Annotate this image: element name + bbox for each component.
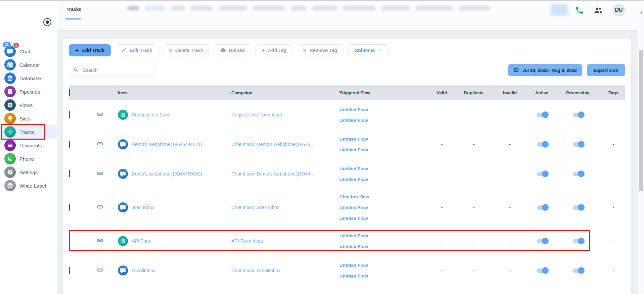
calendar-icon: [4, 59, 16, 70]
campaign-link[interactable]: API Form Input: [231, 238, 263, 244]
processing-toggle[interactable]: [573, 268, 583, 273]
active-toggle[interactable]: [537, 239, 547, 243]
row-checkbox[interactable]: [69, 204, 70, 211]
triggered-flow-link[interactable]: Untitled Flow: [339, 104, 427, 115]
item-link[interactable]: Demo's webphone(18646441071): [132, 142, 202, 147]
add-tag-button[interactable]: +Add Tag: [255, 44, 293, 56]
item-link[interactable]: Demo's webphone(19044785053): [132, 171, 202, 177]
processing-toggle[interactable]: [573, 142, 583, 147]
delete-track-button[interactable]: ×Delete Track: [163, 44, 209, 56]
sidebar-item-payments[interactable]: Payments: [0, 139, 57, 152]
triggered-flow-link[interactable]: Untitled Flow: [339, 134, 427, 144]
triggered-flow-link[interactable]: Untitled Flow: [339, 174, 427, 185]
sidebar-item-chat[interactable]: 211 Chat: [0, 45, 57, 58]
row-checkbox[interactable]: [69, 141, 70, 148]
sidebar-item-tracks[interactable]: Tracks: [0, 125, 57, 139]
link-cell[interactable]: [88, 140, 111, 149]
sidebar-collapse-toggle-icon[interactable]: [43, 18, 51, 26]
edit-track-button[interactable]: Edit Track: [115, 44, 158, 56]
sidebar-item-phone[interactable]: Phone: [0, 152, 57, 165]
active-toggle[interactable]: [537, 113, 547, 117]
contacts-people-icon[interactable]: [593, 5, 603, 15]
tab-tracks[interactable]: Tracks: [66, 7, 81, 12]
processing-toggle[interactable]: [573, 172, 583, 176]
tracks-table: Item Campaign Triggered Flow Valid Dupli…: [69, 85, 625, 285]
triggered-flow-link[interactable]: Untitled Flow: [339, 213, 427, 224]
triggered-flow-link[interactable]: Chat box flow: [339, 191, 427, 202]
pencil-icon: [121, 47, 127, 54]
upload-button[interactable]: Upload: [214, 44, 251, 56]
select-all-checkbox[interactable]: [69, 89, 70, 96]
invalid-value: -: [491, 142, 529, 147]
toggle-knob: [542, 170, 549, 177]
active-toggle[interactable]: [537, 205, 547, 210]
column-header-duplicate: Duplicate: [457, 90, 491, 95]
active-toggle[interactable]: [537, 172, 547, 176]
sidebar-item-flows[interactable]: Flows: [0, 98, 57, 112]
user-avatar[interactable]: DU: [612, 4, 625, 16]
sidebar-item-sites[interactable]: Sites: [0, 112, 57, 125]
add-track-button[interactable]: +Add Track: [69, 44, 111, 56]
date-range-button[interactable]: Jul 10, 2022 - Aug 9, 2022: [508, 64, 582, 76]
campaign-link[interactable]: Chat Inbox: GmailInbox: [231, 268, 280, 273]
valid-value: -: [427, 171, 457, 177]
chain-link-icon: [96, 203, 104, 212]
row-checkbox[interactable]: [69, 267, 70, 274]
item-link[interactable]: API Form: [132, 238, 151, 244]
remove-tag-button[interactable]: ×Remove Tag: [297, 44, 343, 56]
invalid-value: -: [491, 112, 529, 117]
item-link[interactable]: Request Info Form: [132, 112, 171, 117]
link-cell[interactable]: [88, 237, 111, 246]
triggered-flow-link[interactable]: Untitled Flow: [339, 144, 427, 155]
triggered-flow-link[interactable]: Untitled Flow: [339, 202, 427, 213]
scrollbar-up-arrow-icon[interactable]: ▲: [638, 11, 644, 14]
link-cell[interactable]: [88, 266, 111, 275]
valid-value: -: [427, 205, 457, 210]
campaign-link[interactable]: Chat Inbox: Joes Inbox: [231, 205, 279, 210]
triggered-flow-link[interactable]: Untitled Flow: [339, 260, 427, 271]
triggered-flow-link[interactable]: Untitled Flow: [339, 241, 427, 252]
toggle-knob: [578, 170, 585, 177]
sidebar-item-database[interactable]: Database: [0, 71, 57, 85]
item-link[interactable]: GmailInbox: [132, 268, 155, 273]
item-link[interactable]: Joes Inbox: [132, 205, 154, 210]
columns-dropdown-button[interactable]: Columns: [348, 44, 389, 56]
table-body: Request Info Form Request Info Form Inpu…: [69, 100, 625, 285]
active-toggle[interactable]: [537, 142, 547, 147]
row-checkbox[interactable]: [69, 111, 70, 118]
link-cell[interactable]: [88, 110, 111, 119]
sidebar-item-calendar[interactable]: Calendar: [0, 58, 57, 71]
processing-toggle[interactable]: [573, 205, 583, 210]
vertical-scrollbar[interactable]: ▲: [638, 0, 644, 294]
sidebar-item-label: Pipelines: [19, 89, 40, 95]
search-input[interactable]: [82, 67, 151, 73]
sidebar-item-settings[interactable]: Settings: [0, 165, 57, 179]
link-cell[interactable]: [88, 169, 111, 179]
campaign-link[interactable]: Request Info Form Input: [231, 112, 282, 117]
triggered-flow-link[interactable]: Untitled Flow: [339, 115, 427, 126]
phone-call-icon[interactable]: [575, 6, 584, 15]
tags-value: -: [601, 205, 626, 210]
triggered-flows-cell: Untitled FlowUntitled Flow: [336, 260, 427, 281]
row-checkbox[interactable]: [69, 237, 70, 244]
collapse-dot: [46, 20, 49, 24]
processing-toggle[interactable]: [573, 113, 583, 117]
campaign-link[interactable]: Chat Inbox: Demo's webphone(18646...: [231, 142, 314, 147]
campaign-link[interactable]: Chat Inbox: Demo's webphone(19044...: [231, 171, 314, 177]
toggle-knob: [578, 204, 585, 211]
processing-toggle[interactable]: [573, 239, 583, 243]
active-toggle[interactable]: [537, 268, 547, 273]
triggered-flow-link[interactable]: Untitled Flow: [339, 271, 427, 281]
toggle-knob: [542, 238, 549, 244]
sidebar-item-white-label[interactable]: White Label: [0, 179, 57, 192]
duplicate-value: -: [457, 142, 491, 147]
tracks-icon: [4, 126, 16, 138]
export-csv-button[interactable]: Export CSV: [587, 64, 625, 76]
row-checkbox[interactable]: [69, 170, 70, 177]
scrollbar-thumb[interactable]: [639, 50, 643, 191]
triggered-flow-link[interactable]: Untitled Flow: [339, 163, 427, 174]
triggered-flows-cell: Untitled FlowUntitled Flow: [336, 104, 427, 126]
link-cell[interactable]: [88, 203, 111, 212]
sidebar-item-pipelines[interactable]: Pipelines: [0, 85, 57, 98]
triggered-flow-link[interactable]: Untitled Flow: [339, 230, 427, 241]
